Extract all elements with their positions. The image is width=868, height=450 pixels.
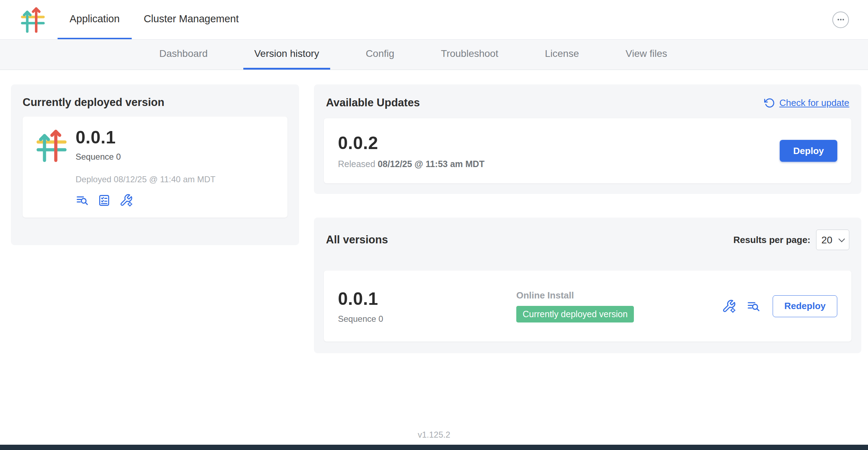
available-updates-card: Available Updates Check for update 0.0.2…	[314, 84, 861, 194]
deploy-button[interactable]: Deploy	[780, 140, 837, 162]
deployed-sequence: Sequence 0	[76, 152, 215, 162]
results-per-page-select[interactable]: 20	[816, 230, 849, 250]
redeploy-button[interactable]: Redeploy	[773, 295, 837, 317]
update-version-number: 0.0.2	[338, 133, 484, 153]
subnav-item-config[interactable]: Config	[355, 40, 405, 70]
subnav-item-view-files[interactable]: View files	[614, 40, 678, 70]
row-sequence: Sequence 0	[338, 314, 516, 324]
all-versions-card: All versions Results per page: 20 0.0.1 …	[314, 218, 861, 353]
subnav-item-version-history[interactable]: Version history	[243, 40, 330, 70]
results-select-wrap: 20	[816, 230, 849, 250]
subnav-item-license[interactable]: License	[534, 40, 590, 70]
console-version: v1.125.2	[0, 430, 868, 440]
available-updates-title: Available Updates	[326, 96, 420, 109]
app-subnav: Dashboard Version history Config Trouble…	[0, 40, 868, 70]
deployed-timestamp: Deployed 08/12/25 @ 11:40 am MDT	[76, 174, 215, 184]
update-row: 0.0.2 Released 08/12/25 @ 11:53 am MDT D…	[324, 118, 851, 183]
version-row-status: Online Install Currently deployed versio…	[516, 290, 722, 322]
currently-deployed-badge: Currently deployed version	[516, 306, 634, 322]
deployed-version-box: 0.0.1 Sequence 0 Deployed 08/12/25 @ 11:…	[23, 117, 287, 218]
check-for-update-link[interactable]: Check for update	[764, 97, 849, 108]
preflight-checks-icon[interactable]	[97, 194, 111, 207]
row-version-number: 0.0.1	[338, 289, 516, 309]
results-per-page-label: Results per page:	[733, 235, 810, 245]
update-released-line: Released 08/12/25 @ 11:53 am MDT	[338, 159, 484, 169]
bottom-bar	[0, 445, 868, 450]
released-prefix: Released	[338, 159, 378, 169]
version-row-actions: Redeploy	[722, 295, 837, 317]
deployed-card-title: Currently deployed version	[23, 96, 287, 109]
app-logo-icon	[19, 6, 46, 33]
subnav-item-dashboard[interactable]: Dashboard	[148, 40, 219, 70]
ellipsis-icon	[836, 15, 846, 25]
right-column: Available Updates Check for update 0.0.2…	[314, 84, 861, 353]
check-for-update-label: Check for update	[779, 97, 849, 108]
all-versions-title: All versions	[326, 233, 388, 246]
update-info: 0.0.2 Released 08/12/25 @ 11:53 am MDT	[338, 133, 484, 169]
install-type-label: Online Install	[516, 290, 722, 301]
tab-cluster-management[interactable]: Cluster Management	[132, 0, 251, 39]
deployed-version-number: 0.0.1	[76, 127, 215, 148]
version-row: 0.0.1 Sequence 0 Online Install Currentl…	[324, 271, 851, 342]
more-options-button[interactable]	[832, 11, 849, 28]
edit-config-icon[interactable]	[119, 194, 133, 207]
results-per-page: Results per page: 20	[733, 230, 849, 250]
top-header: Application Cluster Management	[0, 0, 868, 40]
view-logs-icon[interactable]	[76, 194, 89, 207]
app-logo	[19, 6, 46, 33]
view-diff-icon[interactable]	[747, 299, 761, 313]
version-row-info: 0.0.1 Sequence 0	[338, 289, 516, 324]
deployed-app-logo	[35, 129, 69, 162]
app-logo-icon	[35, 129, 69, 162]
currently-deployed-card: Currently deployed version 0.0.1 Sequenc…	[11, 84, 299, 245]
tab-application[interactable]: Application	[58, 0, 132, 39]
edit-config-icon[interactable]	[722, 299, 736, 313]
released-date: 08/12/25 @ 11:53 am MDT	[378, 159, 484, 169]
main-content: Currently deployed version 0.0.1 Sequenc…	[0, 70, 868, 445]
subnav-item-troubleshoot[interactable]: Troubleshoot	[430, 40, 509, 70]
deployed-action-icons	[76, 194, 215, 207]
top-tabs: Application Cluster Management	[58, 0, 251, 39]
refresh-icon	[764, 97, 775, 108]
deployed-version-info: 0.0.1 Sequence 0 Deployed 08/12/25 @ 11:…	[76, 127, 215, 207]
